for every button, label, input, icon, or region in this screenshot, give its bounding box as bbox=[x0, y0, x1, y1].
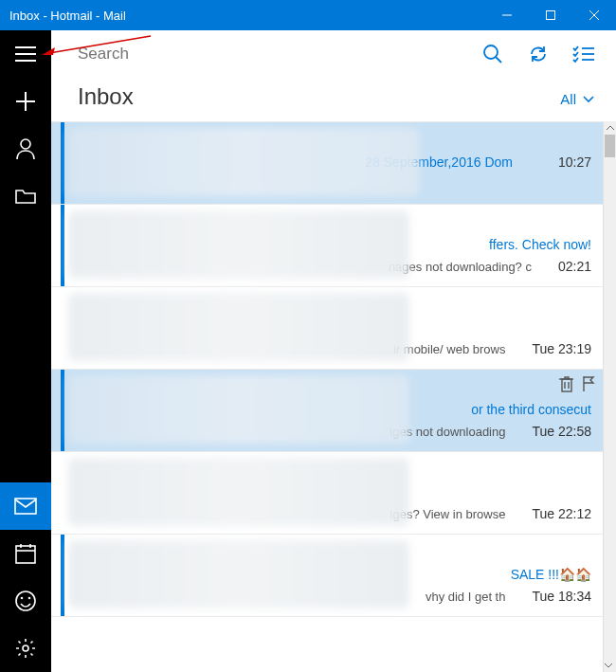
redacted-content bbox=[68, 375, 409, 444]
scroll-track[interactable] bbox=[604, 135, 616, 659]
message-item[interactable]: ffers. Check now!nages not downloading? … bbox=[51, 205, 603, 287]
maximize-button[interactable] bbox=[529, 0, 572, 30]
redacted-content bbox=[68, 128, 419, 196]
close-button[interactable] bbox=[572, 0, 616, 30]
svg-point-11 bbox=[21, 139, 30, 149]
svg-point-24 bbox=[22, 598, 23, 599]
message-actions bbox=[559, 375, 595, 396]
message-preview-fragment: ir mobile/ web brows bbox=[393, 342, 506, 356]
search-input[interactable] bbox=[78, 45, 470, 64]
message-subject-fragment: ffers. Check now! bbox=[489, 237, 591, 252]
window-title: Inbox - Hotmail - Mail bbox=[9, 9, 485, 23]
sidebar bbox=[0, 30, 51, 672]
content-pane: Inbox All 28 September,2016 Dom10:27ffer… bbox=[51, 30, 616, 672]
svg-point-25 bbox=[29, 598, 30, 599]
search-button[interactable] bbox=[470, 30, 516, 78]
svg-point-27 bbox=[484, 45, 498, 59]
message-time: Tue 23:19 bbox=[532, 341, 591, 356]
new-mail-button[interactable] bbox=[0, 78, 51, 125]
svg-point-23 bbox=[16, 591, 35, 610]
redacted-content bbox=[68, 458, 409, 526]
svg-point-26 bbox=[23, 645, 28, 651]
message-item[interactable]: or the third consecutiges not downloadin… bbox=[51, 370, 603, 452]
titlebar-controls bbox=[485, 0, 616, 30]
flag-icon[interactable] bbox=[582, 375, 595, 396]
delete-icon[interactable] bbox=[559, 375, 574, 396]
calendar-button[interactable] bbox=[0, 530, 51, 577]
svg-rect-32 bbox=[562, 379, 571, 391]
message-time: Tue 22:58 bbox=[532, 424, 591, 439]
hamburger-menu-button[interactable] bbox=[0, 30, 51, 78]
message-item[interactable]: 28 September,2016 Dom10:27 bbox=[51, 121, 603, 205]
scroll-down-button[interactable] bbox=[604, 659, 613, 672]
minimize-button[interactable] bbox=[485, 0, 529, 30]
toolbar bbox=[51, 30, 616, 78]
message-time: 10:27 bbox=[558, 154, 591, 170]
svg-line-28 bbox=[496, 57, 501, 63]
scroll-up-button[interactable] bbox=[604, 121, 616, 135]
message-list[interactable]: 28 September,2016 Dom10:27ffers. Check n… bbox=[51, 121, 616, 672]
mail-button[interactable] bbox=[0, 482, 51, 530]
filter-label: All bbox=[560, 91, 576, 107]
redacted-content bbox=[68, 540, 409, 608]
sync-button[interactable] bbox=[516, 30, 561, 78]
svg-rect-13 bbox=[16, 546, 35, 563]
titlebar: Inbox - Hotmail - Mail bbox=[0, 0, 616, 30]
message-time: Tue 18:34 bbox=[532, 589, 591, 604]
feedback-button[interactable] bbox=[0, 577, 51, 625]
chevron-down-icon bbox=[582, 95, 595, 104]
svg-rect-1 bbox=[547, 11, 555, 20]
folders-button[interactable] bbox=[0, 173, 51, 220]
message-preview-fragment: vhy did I get th bbox=[426, 590, 506, 604]
folder-header: Inbox All bbox=[51, 78, 616, 121]
message-item[interactable]: ir mobile/ web browsTue 23:19 bbox=[51, 287, 603, 370]
filter-dropdown[interactable]: All bbox=[560, 91, 595, 107]
message-subject-fragment: or the third consecut bbox=[471, 402, 591, 417]
scroll-thumb[interactable] bbox=[605, 135, 615, 157]
message-subject-fragment: SALE !!!🏠🏠 bbox=[511, 567, 591, 582]
message-item[interactable]: SALE !!!🏠🏠vhy did I get thTue 18:34 bbox=[51, 535, 603, 617]
redacted-content bbox=[68, 293, 409, 361]
message-time: 02:21 bbox=[558, 259, 591, 274]
redacted-content bbox=[68, 210, 409, 279]
accounts-button[interactable] bbox=[0, 125, 51, 173]
folder-title: Inbox bbox=[78, 83, 560, 110]
scrollbar[interactable] bbox=[603, 121, 616, 672]
svg-rect-12 bbox=[15, 499, 36, 514]
select-mode-button[interactable] bbox=[561, 30, 607, 78]
message-time: Tue 22:12 bbox=[532, 506, 591, 521]
message-item[interactable]: iges? View in browseTue 22:12 bbox=[51, 452, 603, 535]
settings-button[interactable] bbox=[0, 625, 51, 672]
message-preview-fragment: nages not downloading? c bbox=[389, 260, 532, 274]
